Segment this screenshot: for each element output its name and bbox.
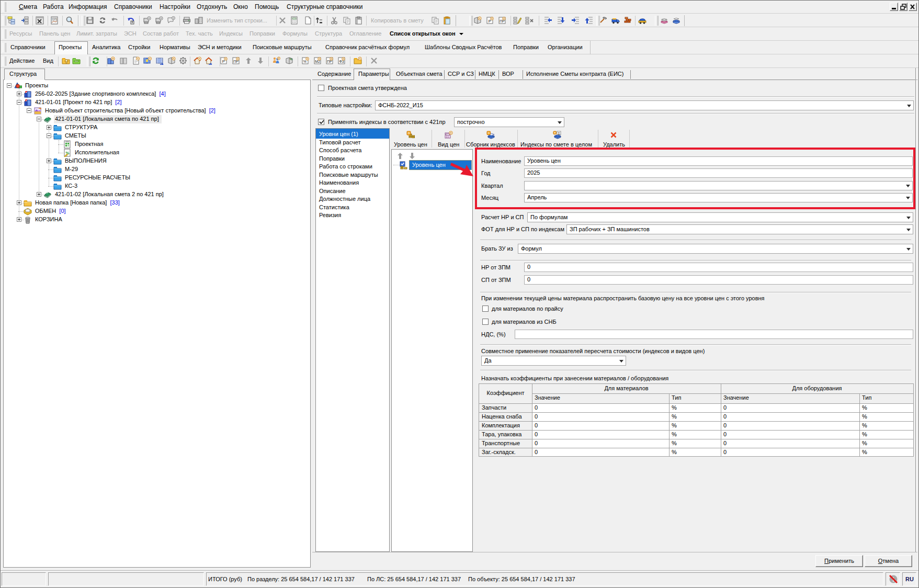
svg-text:Σ: Σ	[558, 132, 560, 135]
svg-text:PDF: PDF	[52, 18, 57, 21]
svg-text:%: %	[290, 58, 293, 61]
svg-text:%: %	[303, 60, 306, 63]
